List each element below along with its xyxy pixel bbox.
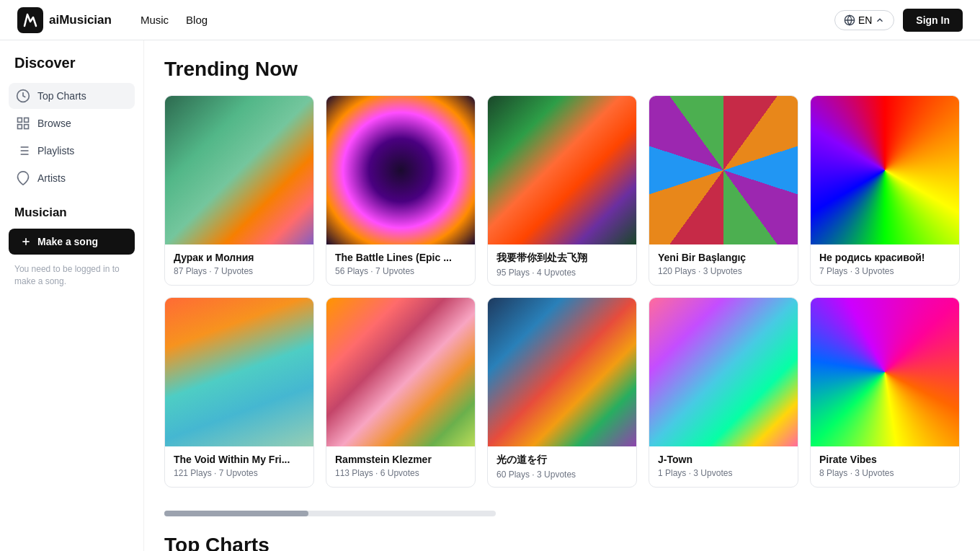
trending-cards-grid: Дурак и Молния87 Plays · 7 UpvotesThe Ba… (164, 95, 960, 488)
trending-card-9[interactable]: J-Town1 Plays · 3 Upvotes (649, 297, 798, 488)
trending-card-8[interactable]: 光の道を行60 Plays · 3 Upvotes (487, 297, 637, 488)
card-title-6: The Void Within My Fri... (174, 454, 305, 465)
header-right: EN Sign In (834, 9, 963, 32)
svg-rect-5 (18, 125, 22, 129)
card-title-1: Дурак и Молния (174, 252, 305, 263)
sidebar-item-label-browse: Browse (37, 118, 71, 129)
sidebar: Discover Top Charts Browse Playlists Art… (0, 40, 144, 551)
sign-in-button[interactable]: Sign In (903, 9, 963, 32)
card-meta-6: 121 Plays · 7 Upvotes (174, 468, 305, 478)
plus-icon (20, 236, 32, 247)
card-title-2: The Battle Lines (Epic ... (335, 252, 466, 263)
header-nav: Music Blog (141, 14, 834, 26)
top-charts-icon (16, 89, 30, 103)
scroll-thumb (164, 511, 308, 516)
logo-icon (17, 7, 43, 33)
globe-icon (844, 14, 855, 26)
logged-out-note: You need to be logged in to make a song. (9, 263, 135, 288)
card-meta-8: 60 Plays · 3 Upvotes (496, 470, 628, 480)
card-image-10 (811, 298, 959, 446)
card-meta-1: 87 Plays · 7 Upvotes (174, 266, 305, 276)
scroll-indicator (164, 511, 960, 516)
browse-icon (16, 116, 30, 131)
top-charts-section-title: Top Charts (164, 534, 960, 551)
sidebar-item-label-top-charts: Top Charts (37, 90, 86, 102)
card-image-8 (488, 298, 636, 446)
sidebar-item-browse[interactable]: Browse (9, 110, 135, 136)
discover-title: Discover (9, 55, 135, 71)
svg-rect-6 (24, 125, 29, 129)
main-layout: Discover Top Charts Browse Playlists Art… (0, 40, 980, 551)
nav-blog[interactable]: Blog (186, 14, 208, 26)
lang-text: EN (858, 14, 872, 26)
card-title-4: Yeni Bir Başlangıç (658, 252, 789, 263)
card-title-10: Pirate Vibes (819, 454, 950, 465)
main-content: Trending Now Дурак и Молния87 Plays · 7 … (144, 40, 980, 551)
card-title-9: J-Town (658, 454, 789, 465)
sidebar-item-playlists[interactable]: Playlists (9, 138, 135, 164)
artists-icon (16, 171, 30, 185)
header: aiMusician Music Blog EN Sign In (0, 0, 980, 40)
card-image-4 (649, 96, 798, 244)
playlists-icon (16, 144, 30, 158)
card-meta-3: 95 Plays · 4 Upvotes (496, 268, 628, 278)
card-image-5 (811, 96, 959, 244)
card-meta-5: 7 Plays · 3 Upvotes (819, 266, 950, 276)
nav-music[interactable]: Music (141, 14, 169, 26)
card-image-2 (326, 96, 475, 244)
trending-card-4[interactable]: Yeni Bir Başlangıç120 Plays · 3 Upvotes (649, 95, 798, 286)
trending-card-10[interactable]: Pirate Vibes8 Plays · 3 Upvotes (810, 297, 960, 488)
sidebar-item-label-playlists: Playlists (37, 145, 74, 157)
card-title-3: 我要带你到处去飞翔 (496, 252, 628, 265)
card-image-9 (649, 298, 798, 446)
card-meta-10: 8 Plays · 3 Upvotes (819, 468, 950, 478)
musician-title: Musician (9, 206, 135, 220)
trending-card-6[interactable]: The Void Within My Fri...121 Plays · 7 U… (164, 297, 314, 488)
card-meta-9: 1 Plays · 3 Upvotes (658, 468, 789, 478)
make-song-label: Make a song (37, 236, 98, 247)
scroll-track[interactable] (164, 511, 496, 516)
trending-card-2[interactable]: The Battle Lines (Epic ...56 Plays · 7 U… (326, 95, 476, 286)
card-title-5: Не родись красивой! (819, 252, 950, 263)
trending-card-3[interactable]: 我要带你到处去飞翔95 Plays · 4 Upvotes (487, 95, 637, 286)
svg-rect-4 (24, 118, 29, 123)
card-meta-7: 113 Plays · 6 Upvotes (335, 468, 466, 478)
trending-section-title: Trending Now (164, 58, 960, 81)
sidebar-item-label-artists: Artists (37, 172, 66, 184)
svg-rect-3 (18, 118, 22, 123)
card-image-7 (326, 298, 475, 446)
card-image-6 (165, 298, 313, 446)
language-button[interactable]: EN (834, 10, 894, 30)
trending-card-7[interactable]: Rammstein Klezmer113 Plays · 6 Upvotes (326, 297, 476, 488)
trending-card-5[interactable]: Не родись красивой!7 Plays · 3 Upvotes (810, 95, 960, 286)
logo[interactable]: aiMusician (17, 7, 112, 33)
card-image-1 (165, 96, 313, 244)
sidebar-item-artists[interactable]: Artists (9, 165, 135, 191)
card-meta-4: 120 Plays · 3 Upvotes (658, 266, 789, 276)
chevron-up-icon (875, 15, 885, 25)
logo-text: aiMusician (49, 13, 112, 27)
card-meta-2: 56 Plays · 7 Upvotes (335, 266, 466, 276)
sidebar-item-top-charts[interactable]: Top Charts (9, 83, 135, 109)
card-title-7: Rammstein Klezmer (335, 454, 466, 465)
card-image-3 (488, 96, 636, 244)
trending-card-1[interactable]: Дурак и Молния87 Plays · 7 Upvotes (164, 95, 314, 286)
make-song-button[interactable]: Make a song (9, 229, 135, 255)
card-title-8: 光の道を行 (496, 454, 628, 467)
